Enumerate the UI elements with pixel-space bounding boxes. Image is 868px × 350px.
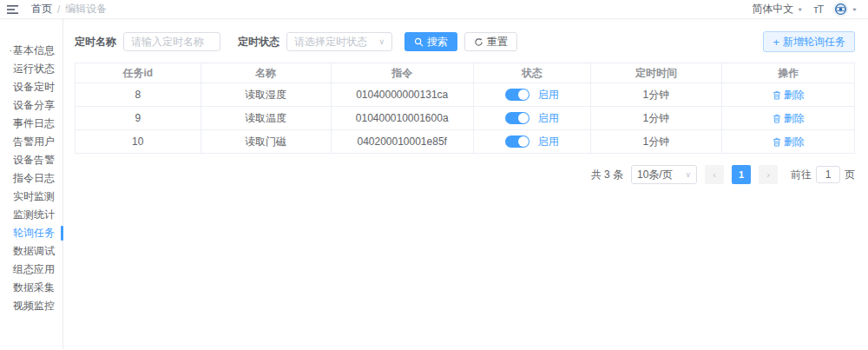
language-label: 简体中文 — [752, 2, 793, 17]
refresh-icon — [474, 37, 483, 47]
status-toggle[interactable] — [505, 112, 529, 124]
sidebar-item-label: 运行状态 — [13, 63, 55, 75]
sidebar-item-label: 监测统计 — [13, 208, 55, 221]
table-header-cell: 定时时间 — [590, 63, 722, 83]
table-header-cell: 指令 — [331, 63, 473, 83]
sidebar-item-label: 视频监控 — [13, 300, 55, 312]
sidebar-item[interactable]: 实时监测 — [0, 188, 62, 206]
sidebar-item-label: 组态应用 — [13, 263, 55, 275]
sidebar-item-label: 实时监测 — [13, 190, 55, 202]
page-size-select[interactable]: 10条/页 ∨ — [631, 165, 697, 184]
reset-button[interactable]: 重置 — [464, 32, 517, 51]
chevron-down-icon: ▼ — [797, 7, 803, 12]
sidebar-item-label: 数据调试 — [13, 245, 55, 257]
add-button-label: 新增轮询任务 — [783, 35, 845, 50]
logo-avatar — [833, 2, 848, 17]
breadcrumb: 首页 / 编辑设备 — [31, 2, 107, 17]
polling-task-table: 任务id名称指令状态定时时间操作 8 读取湿度 01040000000131ca… — [75, 63, 855, 154]
cell-interval: 1分钟 — [590, 130, 722, 154]
search-button[interactable]: 搜索 — [404, 32, 457, 51]
breadcrumb-current: 编辑设备 — [65, 2, 107, 17]
menu-collapse-icon[interactable] — [7, 4, 19, 15]
prev-page-button[interactable]: ‹ — [705, 165, 724, 184]
sidebar-item[interactable]: 设备定时 — [0, 78, 62, 96]
table-body: 8 读取湿度 01040000000131ca 启用 1分钟 — [76, 83, 855, 154]
timer-status-select[interactable]: 请选择定时状态 ∨ — [286, 32, 392, 51]
language-selector[interactable]: 简体中文 ▼ — [752, 2, 803, 17]
sidebar-item[interactable]: 设备告警 — [0, 151, 62, 169]
trash-icon — [773, 114, 781, 123]
cell-command: 010400010001600a — [331, 107, 473, 130]
add-polling-task-button[interactable]: + 新增轮询任务 — [763, 31, 855, 52]
table-header-cell: 操作 — [722, 63, 855, 83]
cell-interval: 1分钟 — [590, 107, 722, 130]
table-row: 8 读取湿度 01040000000131ca 启用 1分钟 — [76, 83, 855, 107]
table-header-cell: 名称 — [201, 63, 331, 83]
sidebar-item-label: 设备分享 — [13, 99, 55, 111]
cell-command: 01040000000131ca — [331, 83, 473, 107]
sidebar-item[interactable]: 告警用户 — [0, 133, 62, 151]
user-menu[interactable]: ▼ — [833, 2, 858, 17]
table-header-cell: 任务id — [76, 63, 201, 83]
timer-status-label: 定时状态 — [238, 35, 279, 50]
hamburger-icon — [7, 4, 19, 15]
table-row: 10 读取门磁 040200010001e85f 启用 1分钟 — [76, 130, 855, 154]
trash-icon — [773, 137, 781, 147]
next-page-button[interactable]: › — [759, 165, 778, 184]
pagination-total: 共 3 条 — [591, 168, 623, 182]
sidebar-item[interactable]: 指令日志 — [0, 169, 62, 188]
status-label: 启用 — [538, 112, 559, 124]
plus-icon: + — [773, 36, 779, 48]
select-placeholder: 请选择定时状态 — [294, 35, 367, 50]
cell-task-name: 读取温度 — [201, 107, 331, 130]
sidebar-item[interactable]: 数据采集 — [0, 279, 62, 297]
sidebar-item[interactable]: 设备分享 — [0, 96, 62, 115]
goto-page: 前往 页 — [791, 166, 855, 183]
sidebar-item[interactable]: 组态应用 — [0, 261, 62, 279]
topbar-right: 简体中文 ▼ тT ▼ — [752, 2, 858, 17]
sidebar-item[interactable]: 运行状态 — [0, 60, 62, 78]
sidebar-item-label: 数据采集 — [13, 281, 55, 294]
goto-page-input[interactable] — [816, 166, 840, 183]
sidebar-item[interactable]: ·基本信息 — [0, 42, 62, 60]
sidebar-item[interactable]: 监测统计 — [0, 206, 62, 224]
status-label: 启用 — [538, 135, 559, 148]
goto-suffix: 页 — [845, 168, 855, 182]
delete-button-label: 删除 — [784, 88, 805, 102]
timer-name-input[interactable] — [123, 32, 220, 51]
search-icon — [414, 37, 424, 47]
status-toggle[interactable] — [505, 135, 529, 148]
breadcrumb-home[interactable]: 首页 — [31, 2, 52, 17]
delete-button-label: 删除 — [784, 111, 805, 126]
content-area: 定时名称 定时状态 请选择定时状态 ∨ 搜索 重置 — [63, 19, 868, 349]
sidebar-item[interactable]: 事件日志 — [0, 115, 62, 133]
chevron-down-icon: ▼ — [852, 7, 858, 12]
cell-status: 启用 — [473, 83, 590, 107]
sidebar-item[interactable]: 数据调试 — [0, 242, 62, 261]
table-header-cell: 状态 — [473, 63, 590, 83]
status-toggle[interactable] — [505, 89, 529, 101]
trash-icon — [773, 90, 781, 100]
sidebar-item[interactable]: 视频监控 — [0, 297, 62, 315]
goto-prefix: 前往 — [791, 168, 812, 182]
cell-task-name: 读取湿度 — [201, 83, 331, 107]
sidebar-item[interactable]: 轮询任务 — [0, 224, 62, 242]
table-header: 任务id名称指令状态定时时间操作 — [76, 63, 855, 83]
delete-button[interactable]: 删除 — [773, 88, 805, 102]
cell-interval: 1分钟 — [590, 83, 722, 107]
current-page-button[interactable]: 1 — [732, 165, 751, 184]
font-size-toggle[interactable]: тT — [813, 3, 823, 16]
delete-button[interactable]: 删除 — [773, 135, 805, 149]
cell-status: 启用 — [473, 107, 590, 130]
cell-actions: 删除 — [722, 107, 855, 130]
sidebar: ·基本信息 运行状态 设备定时 设备分享 事件日志 告警用户 设备告警 — [0, 19, 63, 349]
cell-task-id: 8 — [76, 83, 201, 107]
main-layout: ·基本信息 运行状态 设备定时 设备分享 事件日志 告警用户 设备告警 — [0, 19, 868, 349]
filter-bar: 定时名称 定时状态 请选择定时状态 ∨ 搜索 重置 — [75, 31, 855, 52]
timer-name-label: 定时名称 — [75, 35, 116, 50]
reset-button-label: 重置 — [487, 35, 508, 50]
search-button-label: 搜索 — [427, 35, 448, 50]
sidebar-item-label: 轮询任务 — [13, 227, 55, 239]
delete-button[interactable]: 删除 — [773, 111, 805, 126]
sidebar-item-label: 指令日志 — [13, 172, 55, 184]
